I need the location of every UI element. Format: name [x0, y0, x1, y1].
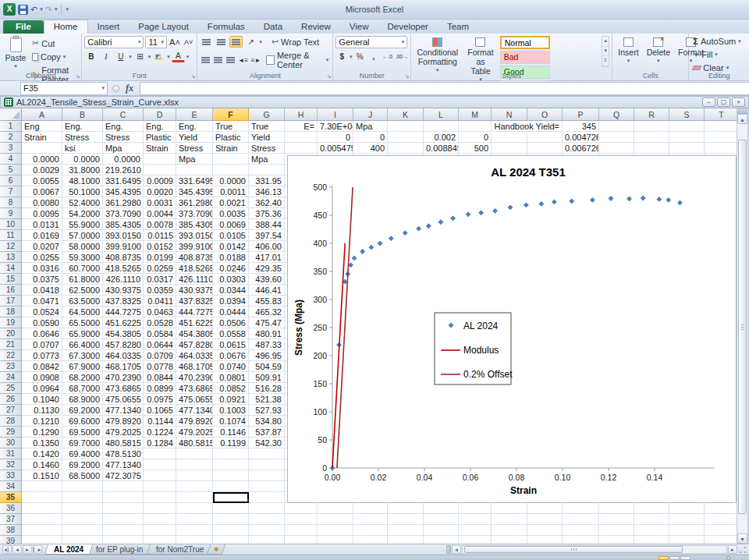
horizontal-split-handle[interactable]	[446, 545, 451, 554]
cell-C5[interactable]: 219.2610	[103, 165, 144, 175]
cell-C19[interactable]: 451.6225	[103, 317, 144, 328]
cell-B32[interactable]: 69.2000	[62, 459, 103, 470]
cell-L36[interactable]	[424, 503, 459, 514]
cell-B6[interactable]: 48.1000	[62, 175, 103, 186]
cell-C8[interactable]: 361.2980	[103, 197, 144, 208]
cell-G7[interactable]: 346.13	[249, 186, 285, 197]
cell-D24[interactable]: 0.0844	[144, 372, 176, 383]
cell-B3[interactable]: ksi	[62, 143, 103, 154]
cell-E14[interactable]: 418.5265	[176, 263, 213, 274]
borders-button[interactable]: ⊞	[133, 51, 147, 62]
cell-J36[interactable]	[353, 503, 388, 514]
align-top-button[interactable]	[200, 36, 213, 48]
cell-H3[interactable]	[285, 143, 318, 154]
cell-B9[interactable]: 54.2000	[62, 208, 103, 219]
row-header-25[interactable]: 25	[0, 383, 22, 394]
cell-E26[interactable]: 475.0655	[176, 394, 213, 405]
cell-F9[interactable]: 0.0035	[213, 208, 249, 219]
cell-G11[interactable]: 397.54	[249, 230, 285, 241]
cell-C11[interactable]: 393.0150	[103, 230, 144, 241]
column-header-J[interactable]: J	[353, 108, 388, 121]
cell-Q38[interactable]	[599, 525, 634, 536]
cell-J37[interactable]	[353, 514, 388, 525]
cell-R3[interactable]	[634, 143, 669, 154]
row-header-17[interactable]: 17	[0, 296, 22, 307]
ribbon-tab-formulas[interactable]: Formulas	[198, 20, 254, 34]
cell-D28[interactable]: 0.1144	[144, 416, 176, 427]
font-dialog-launcher-icon[interactable]: ↘	[190, 73, 195, 80]
cell-G14[interactable]: 429.35	[249, 263, 285, 274]
column-header-F[interactable]: F	[213, 108, 249, 121]
cell-C2[interactable]: Stress	[103, 132, 144, 143]
cell-A8[interactable]: 0.0080	[22, 197, 62, 208]
cell-D13[interactable]: 0.0199	[144, 252, 176, 263]
cell-C29[interactable]: 479.2025	[103, 427, 144, 438]
cell-C20[interactable]: 454.3805	[103, 328, 144, 339]
undo-caret-icon[interactable]: ▾	[40, 6, 43, 12]
resize-grip[interactable]	[738, 545, 747, 555]
zoom-control-icon[interactable]	[726, 556, 730, 560]
cell-J3[interactable]: 400	[353, 143, 388, 154]
cell-A13[interactable]: 0.0255	[22, 252, 62, 263]
cell-A23[interactable]: 0.0842	[22, 361, 62, 372]
cell-K2[interactable]	[388, 132, 424, 143]
row-header-28[interactable]: 28	[0, 416, 22, 427]
row-header-27[interactable]: 27	[0, 405, 22, 416]
cell-B10[interactable]: 55.9000	[62, 219, 103, 230]
cell-G21[interactable]: 487.33	[249, 339, 285, 350]
cell-G1[interactable]: True	[249, 121, 285, 132]
insert-function-icon[interactable]: fx	[119, 83, 140, 94]
align-center-button[interactable]	[212, 55, 223, 66]
cell-E10[interactable]: 385.4305	[176, 219, 213, 230]
row-header-29[interactable]: 29	[0, 427, 22, 438]
cell-A11[interactable]: 0.0169	[22, 230, 62, 241]
row-header-14[interactable]: 14	[0, 263, 22, 274]
cell-F21[interactable]: 0.0615	[213, 339, 249, 350]
cell-H39[interactable]	[285, 536, 318, 544]
cell-P3[interactable]: 0.006726	[563, 143, 599, 154]
gallery-down-icon[interactable]: ▼	[602, 47, 609, 57]
cell-A31[interactable]: 0.1420	[22, 448, 62, 459]
cell-A30[interactable]: 0.1350	[22, 438, 62, 448]
percent-style-button[interactable]: %	[354, 51, 367, 62]
copy-button[interactable]: Copy▾	[30, 51, 79, 62]
cell-style-normal[interactable]: Normal	[500, 36, 550, 49]
cell-E8[interactable]: 361.2980	[176, 197, 213, 208]
cell-B25[interactable]: 68.7000	[62, 383, 103, 394]
cell-C16[interactable]: 430.9375	[103, 285, 144, 296]
sheet-tab-al-2024[interactable]: AL 2024	[44, 544, 93, 555]
workbook-close-button[interactable]: ×	[732, 97, 745, 107]
cell-A38[interactable]	[22, 525, 62, 536]
grow-font-button[interactable]: A˄	[169, 37, 181, 48]
save-icon[interactable]	[18, 5, 28, 15]
cell-B13[interactable]: 59.3000	[62, 252, 103, 263]
cell-D33[interactable]	[144, 470, 176, 481]
row-header-10[interactable]: 10	[0, 219, 22, 230]
cell-A24[interactable]: 0.0908	[22, 372, 62, 383]
cell-M2[interactable]: 0	[459, 132, 492, 143]
cell-G19[interactable]: 475.47	[249, 317, 285, 328]
cell-I38[interactable]	[318, 525, 353, 536]
cell-T3[interactable]	[705, 143, 737, 154]
cell-O3[interactable]	[527, 143, 563, 154]
cell-R1[interactable]	[634, 121, 669, 132]
cell-C27[interactable]: 477.1340	[103, 405, 144, 416]
cell-E19[interactable]: 451.6225	[176, 317, 213, 328]
cell-G3[interactable]: Stress	[249, 143, 285, 154]
ribbon-tab-insert[interactable]: Insert	[88, 20, 130, 34]
column-header-H[interactable]: H	[285, 108, 318, 121]
row-header-7[interactable]: 7	[0, 186, 22, 197]
cell-A2[interactable]: Strain	[22, 132, 62, 143]
cell-F22[interactable]: 0.0676	[213, 350, 249, 361]
cell-B14[interactable]: 60.7000	[62, 263, 103, 274]
cell-B4[interactable]: 0.0000	[62, 154, 103, 165]
column-header-E[interactable]: E	[176, 108, 213, 121]
cell-R39[interactable]	[634, 536, 669, 544]
customize-qat-icon[interactable]: ▾	[66, 6, 69, 12]
cell-F5[interactable]	[213, 165, 249, 175]
cell-F13[interactable]: 0.0188	[213, 252, 249, 263]
cell-C24[interactable]: 470.2390	[103, 372, 144, 383]
vertical-split-handle[interactable]	[737, 108, 747, 114]
cell-C17[interactable]: 437.8325	[103, 296, 144, 307]
cell-D30[interactable]: 0.1284	[144, 438, 176, 448]
